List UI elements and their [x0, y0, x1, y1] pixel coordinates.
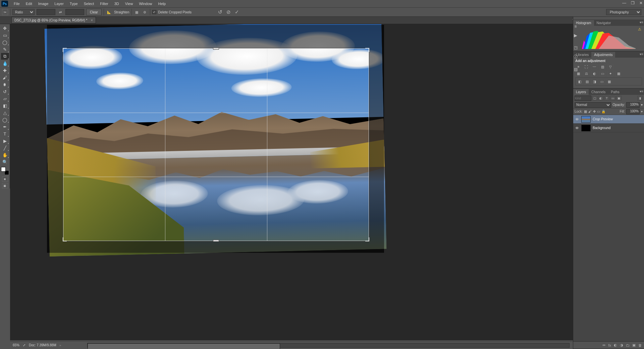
- gradient-map-icon[interactable]: ▭: [599, 79, 605, 84]
- crop-handle-br[interactable]: [365, 237, 369, 241]
- delete-cropped-checkbox[interactable]: ✓: [152, 10, 156, 14]
- clear-button[interactable]: Clear: [86, 9, 102, 15]
- dock-icon-1[interactable]: ≡: [574, 24, 577, 29]
- marquee-tool[interactable]: ▭: [1, 32, 9, 39]
- navigator-tab[interactable]: Navigator: [594, 20, 614, 26]
- cancel-icon[interactable]: ⊘: [226, 9, 231, 15]
- ratio-select[interactable]: Ratio: [12, 9, 35, 15]
- history-brush-tool[interactable]: ↺: [1, 88, 9, 95]
- threshold-icon[interactable]: ◨: [591, 79, 597, 84]
- menu-help[interactable]: Help: [155, 1, 169, 6]
- crop-handle-bl[interactable]: [63, 237, 67, 241]
- type-tool[interactable]: T: [1, 130, 9, 137]
- menu-select[interactable]: Select: [81, 1, 97, 6]
- crop-tool[interactable]: ⧉: [1, 53, 9, 60]
- layers-tab[interactable]: Layers: [573, 89, 589, 95]
- menu-edit[interactable]: Edit: [23, 1, 35, 6]
- filter-toggle-icon[interactable]: ▮: [637, 96, 643, 101]
- document-canvas[interactable]: [47, 25, 384, 253]
- filter-adjust-icon[interactable]: ◐: [598, 96, 603, 101]
- commit-icon[interactable]: ✓: [235, 9, 239, 15]
- photo-filter-icon[interactable]: ▭: [599, 71, 605, 76]
- layer-row[interactable]: 👁 Crop Preview: [573, 115, 644, 124]
- menu-3d[interactable]: 3D: [111, 1, 122, 6]
- lock-transparent-icon[interactable]: ▦: [584, 110, 587, 113]
- menu-view[interactable]: View: [122, 1, 136, 6]
- layer-filter-kind[interactable]: [575, 96, 591, 101]
- menu-window[interactable]: Window: [136, 1, 155, 6]
- pen-tool[interactable]: ✒: [1, 123, 9, 130]
- layer-fx-icon[interactable]: fx: [608, 343, 611, 347]
- crop-tool-icon[interactable]: ✂: [2, 9, 8, 15]
- menu-file[interactable]: File: [11, 1, 23, 6]
- visibility-icon[interactable]: 👁: [575, 126, 579, 130]
- quick-select-tool[interactable]: ✎: [1, 46, 9, 53]
- eraser-tool[interactable]: ▱: [1, 95, 9, 102]
- fill-dropdown-icon[interactable]: ▾: [641, 110, 643, 113]
- swap-icon[interactable]: ⇄: [57, 9, 63, 15]
- crop-handle-top[interactable]: [213, 48, 219, 50]
- dock-icon-4[interactable]: ⓘ: [574, 54, 578, 60]
- zoom-level[interactable]: 65%: [13, 343, 19, 347]
- crop-boundary[interactable]: [63, 48, 369, 241]
- lock-artboard-icon[interactable]: ▭: [597, 110, 600, 113]
- color-lookup-icon[interactable]: ▦: [615, 71, 622, 76]
- crop-handle-tl[interactable]: [63, 48, 67, 52]
- filter-pixel-icon[interactable]: ▢: [592, 96, 597, 101]
- visibility-icon[interactable]: 👁: [575, 117, 579, 121]
- straighten-icon[interactable]: 📐: [106, 9, 112, 15]
- screen-mode-icon[interactable]: ▣: [2, 183, 8, 188]
- close-tab-icon[interactable]: ×: [91, 18, 93, 22]
- workspace-select[interactable]: Photography: [606, 9, 641, 15]
- menu-type[interactable]: Type: [67, 1, 81, 6]
- path-select-tool[interactable]: ▶: [1, 137, 9, 144]
- dock-icon-2[interactable]: ▶: [574, 33, 577, 38]
- grid-overlay-icon[interactable]: ▦: [134, 9, 140, 15]
- new-layer-icon[interactable]: ▣: [632, 343, 636, 347]
- layer-thumbnail[interactable]: [581, 116, 591, 123]
- adjustments-tab[interactable]: Adjustments: [591, 52, 615, 58]
- expand-icon[interactable]: ⤢: [23, 343, 25, 347]
- posterize-icon[interactable]: ▤: [584, 79, 590, 84]
- delete-layer-icon[interactable]: 🗑: [638, 343, 642, 347]
- layer-mask-icon[interactable]: ◐: [614, 343, 617, 347]
- link-layers-icon[interactable]: ⇔: [602, 343, 605, 347]
- straighten-label[interactable]: Straighten: [114, 10, 129, 14]
- layer-name[interactable]: Background: [593, 126, 610, 130]
- panel-menu-icon[interactable]: ▾≡: [640, 52, 643, 56]
- dodge-tool[interactable]: ◯: [1, 116, 9, 123]
- filter-smart-icon[interactable]: ▣: [616, 96, 622, 101]
- blend-mode-select[interactable]: Normal: [575, 102, 611, 108]
- crop-settings-icon[interactable]: ⚙: [142, 9, 148, 15]
- filter-shape-icon[interactable]: ▭: [610, 96, 615, 101]
- dock-icon-3[interactable]: ◳: [574, 45, 578, 50]
- opacity-value[interactable]: 100%: [626, 102, 640, 108]
- fill-value[interactable]: 100%: [626, 109, 640, 114]
- channels-tab[interactable]: Channels: [589, 89, 608, 95]
- reset-icon[interactable]: ↺: [218, 9, 222, 15]
- crop-width-input[interactable]: [37, 9, 55, 15]
- histogram-warning-icon[interactable]: ⚠: [638, 27, 641, 32]
- document-tab[interactable]: DSC_2713.jpg @ 65% (Crop Preview, RGB/8#…: [11, 17, 96, 23]
- bw-icon[interactable]: ◐: [591, 71, 597, 76]
- horizontal-scrollbar[interactable]: [87, 343, 570, 348]
- eyedropper-tool[interactable]: 💧: [1, 60, 9, 67]
- invert-icon[interactable]: ◧: [577, 79, 583, 84]
- window-maximize-icon[interactable]: ❐: [631, 1, 635, 5]
- new-group-icon[interactable]: 🗀: [626, 343, 630, 347]
- layer-row[interactable]: 👁 Background: [573, 124, 644, 132]
- canvas-area[interactable]: [10, 24, 573, 340]
- crop-handle-bottom[interactable]: [213, 240, 219, 242]
- channel-mixer-icon[interactable]: ✦: [607, 71, 613, 76]
- lock-all-icon[interactable]: 🔒: [601, 110, 605, 113]
- doc-size[interactable]: Doc: 7.39M/9.88M: [29, 343, 56, 347]
- healing-tool[interactable]: ✚: [1, 67, 9, 74]
- vibrance-icon[interactable]: ▽: [607, 64, 613, 69]
- line-tool[interactable]: ╱: [1, 144, 9, 151]
- stamp-tool[interactable]: ⧯: [1, 81, 9, 88]
- window-close-icon[interactable]: ✕: [639, 1, 643, 5]
- menu-layer[interactable]: Layer: [51, 1, 67, 6]
- lock-pixels-icon[interactable]: 🖌: [588, 110, 592, 113]
- crop-handle-tr[interactable]: [365, 48, 369, 52]
- menu-filter[interactable]: Filter: [97, 1, 111, 6]
